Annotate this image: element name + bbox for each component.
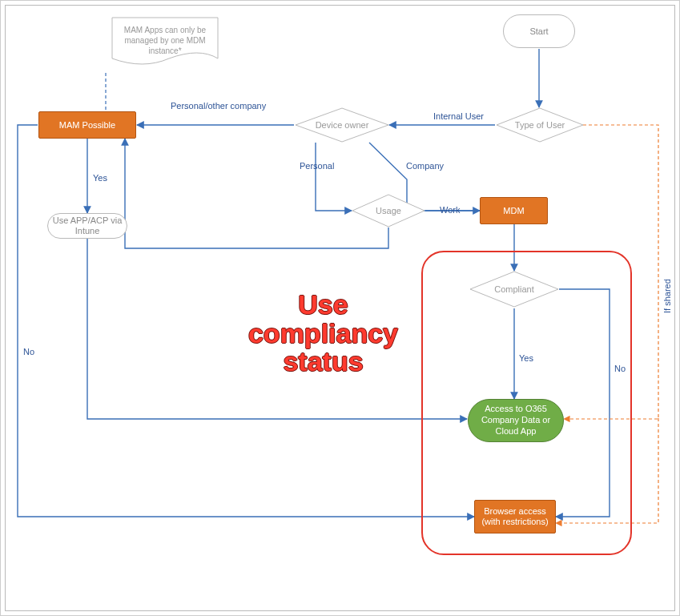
- node-start: Start: [503, 14, 575, 48]
- edge-no-mam: No: [23, 347, 34, 356]
- mdm-label: MDM: [503, 206, 524, 215]
- edge-personal: Personal: [300, 161, 334, 171]
- node-mam-possible: MAM Possible: [38, 111, 136, 139]
- mam-possible-label: MAM Possible: [59, 120, 115, 130]
- note-mam-mdm: MAM Apps can only be managed by one MDM …: [111, 17, 219, 70]
- node-type-of-user: Type of User: [496, 107, 584, 143]
- start-label: Start: [529, 26, 548, 36]
- node-use-app-acp: Use APP/ACP via Intune: [47, 213, 127, 239]
- node-mdm: MDM: [480, 197, 548, 224]
- node-usage: Usage: [352, 194, 425, 227]
- edge-yes-compliant: Yes: [519, 353, 533, 363]
- browser-access-label: Browser access (with restrictions): [475, 506, 555, 527]
- edge-internal-user: Internal User: [433, 111, 484, 121]
- note-text: MAM Apps can only be managed by one MDM …: [118, 25, 212, 56]
- usage-label: Usage: [376, 206, 401, 215]
- diagram-canvas: MAM Apps can only be managed by one MDM …: [0, 0, 680, 616]
- edge-no-compliant: No: [614, 364, 626, 373]
- node-browser-access: Browser access (with restrictions): [474, 500, 556, 533]
- type-of-user-label: Type of User: [515, 120, 565, 130]
- edge-if-shared: If shared: [662, 279, 672, 313]
- edge-yes-mam: Yes: [93, 173, 107, 183]
- edge-company: Company: [406, 161, 444, 171]
- edge-work: Work: [440, 205, 460, 215]
- node-access-o365: Access to O365 Company Data or Cloud App: [468, 399, 564, 442]
- compliant-label: Compliant: [494, 284, 534, 294]
- access-o365-label: Access to O365 Company Data or Cloud App: [473, 404, 558, 437]
- edge-personal-other: Personal/other company: [171, 101, 266, 111]
- node-compliant: Compliant: [469, 271, 559, 308]
- use-app-acp-label: Use APP/ACP via Intune: [48, 215, 127, 236]
- callout-text: Use compliancy status: [237, 291, 409, 376]
- device-owner-label: Device owner: [316, 120, 369, 130]
- node-device-owner: Device owner: [295, 107, 389, 143]
